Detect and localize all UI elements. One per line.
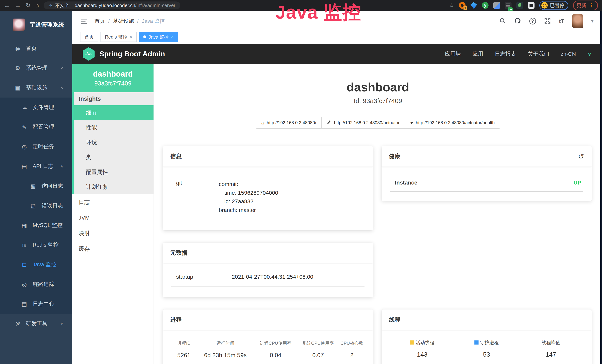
- chevron-down-icon: ∨: [60, 66, 64, 70]
- bookmark-star-icon[interactable]: ☆: [449, 2, 454, 9]
- browser-update-button[interactable]: 更新 ⋮: [573, 0, 598, 11]
- database-icon: ▦: [20, 222, 28, 229]
- sba-menu-details[interactable]: 细节: [74, 105, 153, 120]
- sidebar-item-log-center[interactable]: ▤ 日志中心: [0, 294, 72, 314]
- sidebar-item-system-mgmt[interactable]: ⚙ 系统管理 ∨: [0, 58, 72, 78]
- breadcrumb-home[interactable]: 首页: [95, 18, 105, 25]
- cloud-upload-icon: ☁: [20, 104, 28, 111]
- instance-header[interactable]: dashboard 93a3fc7f7409: [72, 64, 153, 92]
- sidebar-item-config-mgmt[interactable]: ✎ 配置管理: [0, 117, 72, 137]
- sba-menu-mappings[interactable]: 映射: [72, 225, 153, 241]
- extensions-puzzle-icon[interactable]: [528, 2, 535, 9]
- address-bar[interactable]: ⚠ 不安全 dashboard.yudao.iocoder.cn/infra/a…: [44, 1, 180, 9]
- user-avatar[interactable]: [572, 14, 583, 28]
- breadcrumb-infrastructure[interactable]: 基础设施: [113, 18, 134, 25]
- browser-home-icon[interactable]: ⌂: [35, 2, 39, 8]
- page-instance-id: Id: 93a3fc7f7409: [154, 97, 602, 105]
- sidebar-item-redis-monitor[interactable]: ≋ Redis 监控: [0, 235, 72, 255]
- search-icon[interactable]: [499, 17, 506, 25]
- health-row-label: Instance: [395, 180, 418, 186]
- process-card: 进程 进程ID 5261 运行时间 6d 23h 15m 59s: [163, 310, 373, 364]
- sidebar-item-dev-tools[interactable]: ⚒ 研发工具 ∨: [0, 314, 72, 333]
- sidebar-item-scheduled-tasks[interactable]: ◷ 定时任务: [0, 137, 72, 157]
- paused-label: 已暂停: [550, 2, 564, 9]
- sba-nav-about[interactable]: 关于我们: [528, 50, 549, 58]
- sba-menu-classes[interactable]: 类: [74, 150, 153, 165]
- monitor-icon: ▣: [14, 85, 22, 91]
- browser-reload-icon[interactable]: ↻: [26, 2, 31, 8]
- sba-menu-caches[interactable]: 缓存: [72, 241, 153, 257]
- extension-icon-6[interactable]: [516, 2, 523, 9]
- app-logo-row[interactable]: 芋道管理系统: [0, 11, 72, 39]
- sidebar-item-access-logs[interactable]: ▧ 访问日志: [0, 176, 72, 196]
- sidebar-item-error-logs[interactable]: ▧ 错误日志: [0, 196, 72, 215]
- sba-locale-select[interactable]: zh-CN: [561, 51, 576, 57]
- sba-menu-config-props[interactable]: 配置属性: [74, 165, 153, 180]
- not-secure-label[interactable]: 不安全: [55, 2, 69, 9]
- sidebar-item-file-mgmt[interactable]: ☁ 文件管理: [0, 97, 72, 117]
- fullscreen-icon[interactable]: [544, 17, 551, 25]
- tab-label: Redis 监控: [105, 34, 127, 40]
- health-url-button[interactable]: ♥ http://192.168.0.2:48080/actuator/heal…: [405, 117, 500, 129]
- sidebar-item-mysql-monitor[interactable]: ▦ MySQL 监控: [0, 215, 72, 235]
- extension-icon-3[interactable]: y: [482, 2, 489, 9]
- sba-menu-metrics[interactable]: 性能: [74, 120, 153, 135]
- sidebar-item-home[interactable]: ◉ 首页: [0, 39, 72, 58]
- sba-nav-journal[interactable]: 日志报表: [495, 50, 516, 58]
- profile-paused-pill[interactable]: 已暂停: [539, 1, 568, 10]
- git-commit-line: commit:: [219, 180, 278, 189]
- gear-icon: ⚙: [14, 65, 22, 71]
- tab-redis-monitor[interactable]: Redis 监控 ×: [100, 32, 137, 42]
- tab-java-monitor[interactable]: Java 监控 ×: [139, 32, 178, 42]
- font-size-icon[interactable]: tT: [559, 18, 564, 24]
- sba-menu-logs[interactable]: 日志: [72, 194, 153, 210]
- sidebar-item-java-monitor[interactable]: ⊡ Java 监控: [0, 255, 72, 274]
- service-url-button[interactable]: ⌂ http://192.168.0.2:48080/: [256, 117, 322, 129]
- threads-legend: 活动线程 143 守护进程 53: [390, 340, 583, 358]
- health-card: 健康 ↺ Instance UP: [382, 146, 592, 201]
- github-icon[interactable]: [514, 17, 521, 25]
- extension-icon-2[interactable]: [470, 2, 477, 9]
- sidebar-item-infrastructure[interactable]: ▣ 基础设施 ∧: [0, 78, 72, 97]
- live-threads-value: 143: [390, 351, 454, 358]
- sba-menu-group-insights: Insights 细节 性能 环境 类 配置属性 计划任务: [72, 92, 153, 194]
- browser-menu-dots-icon[interactable]: ⋮: [589, 3, 594, 8]
- metadata-startup-row: startup 2021-04-27T00:44:31.254+08:00: [171, 269, 365, 287]
- page-scrollbar[interactable]: [600, 11, 602, 364]
- extension-icon-5[interactable]: on: [505, 2, 512, 9]
- breadcrumb: 首页 / 基础设施 / Java 监控: [95, 18, 165, 25]
- metadata-row-label: startup: [176, 274, 232, 280]
- sidebar-item-label: 研发工具: [26, 320, 47, 327]
- instance-url-group: ⌂ http://192.168.0.2:48080/ http://192.1…: [154, 117, 602, 129]
- chevron-down-icon[interactable]: ∨: [587, 51, 592, 57]
- profile-avatar-emoji: [541, 2, 548, 9]
- avatar-caret-down-icon[interactable]: ▾: [591, 19, 593, 24]
- browser-forward-icon[interactable]: →: [15, 2, 21, 8]
- hamburger-icon[interactable]: [81, 19, 87, 23]
- sba-navbar: Spring Boot Admin 应用墙 应用 日志报表 关于我们 zh-CN…: [72, 44, 602, 64]
- sidebar-item-label: 基础设施: [26, 84, 47, 91]
- sba-menu-jvm[interactable]: JVM: [72, 210, 153, 225]
- extension-icon-1[interactable]: 1: [459, 2, 465, 9]
- git-branch-line: branch: master: [219, 206, 278, 214]
- cpu-cores-value: 2: [339, 352, 364, 359]
- sidebar-item-tracing[interactable]: ◎ 链路追踪: [0, 274, 72, 294]
- sba-nav-wallboard[interactable]: 应用墙: [445, 50, 461, 58]
- sba-menu-environment[interactable]: 环境: [74, 135, 153, 150]
- close-icon[interactable]: ×: [129, 34, 132, 40]
- sidebar-item-api-logs[interactable]: ▤ API 日志 ∧: [0, 157, 72, 176]
- help-icon[interactable]: ?: [529, 18, 536, 24]
- extension-icon-4[interactable]: [493, 2, 500, 9]
- history-icon[interactable]: ↺: [578, 153, 584, 160]
- actuator-url-button[interactable]: http://192.168.0.2:48080/actuator: [321, 117, 405, 129]
- sba-menu-scheduled-tasks[interactable]: 计划任务: [74, 180, 153, 194]
- sba-brand-title[interactable]: Spring Boot Admin: [99, 50, 165, 58]
- timer-icon: ◷: [20, 143, 28, 150]
- tab-home[interactable]: 首页: [80, 32, 98, 42]
- browser-back-icon[interactable]: ←: [4, 2, 10, 8]
- process-card-title: 进程: [170, 316, 182, 324]
- sba-nav-applications[interactable]: 应用: [473, 50, 483, 58]
- sba-logo-icon[interactable]: [83, 47, 95, 61]
- document-edit-icon: ▧: [29, 203, 37, 209]
- close-icon[interactable]: ×: [171, 34, 174, 40]
